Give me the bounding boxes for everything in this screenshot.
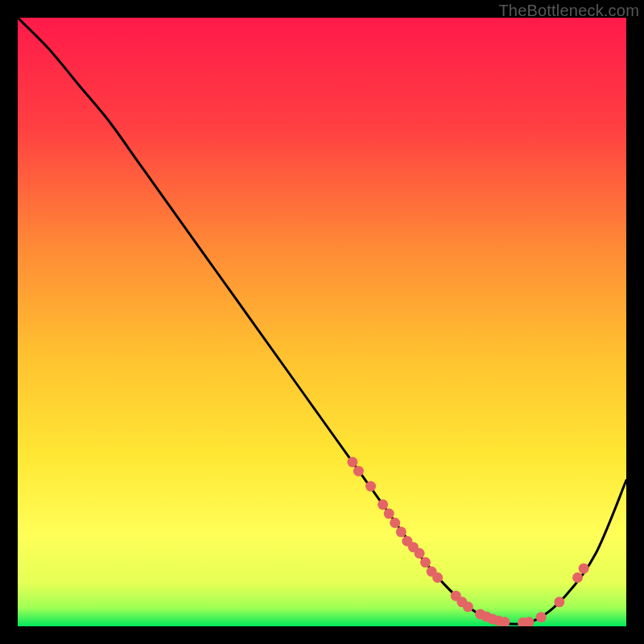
data-point: [347, 456, 357, 467]
data-point: [554, 597, 564, 607]
bottleneck-chart: [18, 18, 626, 626]
data-point: [536, 612, 547, 622]
data-point: [365, 481, 376, 492]
data-point: [378, 499, 388, 510]
data-point: [384, 509, 394, 519]
data-point: [579, 564, 589, 574]
watermark-text: TheBottleneck.com: [498, 2, 639, 20]
data-point: [390, 518, 400, 528]
data-point: [415, 548, 425, 559]
data-point: [420, 557, 431, 568]
chart-frame: [18, 18, 626, 626]
data-point: [353, 466, 364, 477]
gradient-background: [18, 18, 626, 626]
data-point: [396, 526, 407, 537]
data-point: [572, 572, 583, 583]
data-point: [463, 601, 473, 612]
data-point: [432, 572, 443, 583]
